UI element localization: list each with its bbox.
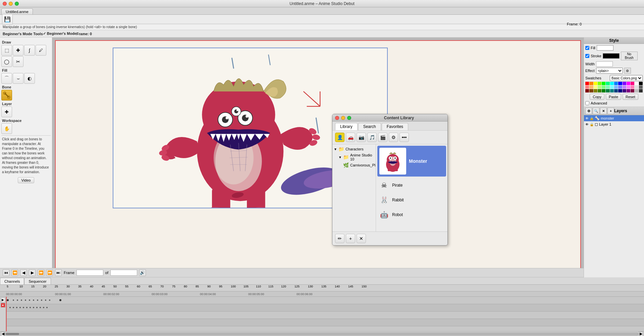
- curve-tool[interactable]: ∫: [24, 45, 35, 56]
- color-yellow[interactable]: [594, 82, 597, 85]
- scroll-right-button[interactable]: ▶: [639, 332, 643, 336]
- color-purple[interactable]: [627, 89, 630, 92]
- monster-layer-visibility[interactable]: 👁: [585, 117, 589, 120]
- frame-value-input[interactable]: 00:00:00:00: [76, 270, 103, 276]
- color-teal[interactable]: [610, 89, 614, 92]
- file-tab[interactable]: Untitled.anme: [1, 8, 33, 14]
- color-teal-green[interactable]: [606, 82, 609, 85]
- color-cyan[interactable]: [610, 82, 614, 85]
- cl-edit-button[interactable]: ✏: [335, 234, 344, 243]
- video-button[interactable]: Video: [18, 177, 35, 183]
- rabbit-item[interactable]: 🐰 Rabbit: [376, 193, 447, 207]
- gradient-tool[interactable]: ⌣: [13, 73, 23, 84]
- play-back-button[interactable]: ◀: [20, 269, 27, 276]
- color-pink[interactable]: [631, 82, 634, 85]
- minimize-button[interactable]: [9, 2, 13, 6]
- track-record-btn[interactable]: ●: [1, 303, 5, 308]
- channels-tab[interactable]: Channels: [0, 278, 24, 284]
- color-maroon[interactable]: [585, 89, 589, 92]
- photo-category-btn[interactable]: 📷: [357, 133, 366, 142]
- cl-close-button[interactable]: [335, 116, 339, 120]
- pirate-item[interactable]: ☠ Pirate: [376, 178, 447, 193]
- color-dark-pink[interactable]: [631, 89, 634, 92]
- paste-style-button[interactable]: Paste: [606, 94, 621, 100]
- character-category-btn[interactable]: 👤: [335, 133, 344, 142]
- color-light-teal[interactable]: [606, 85, 609, 89]
- color-light-cyan[interactable]: [610, 85, 614, 89]
- color-brown[interactable]: [589, 89, 593, 92]
- color-peach[interactable]: [589, 85, 593, 89]
- color-light-green[interactable]: [598, 85, 601, 89]
- color-orange[interactable]: [589, 82, 593, 85]
- bone-manipulate-tool[interactable]: [1, 90, 12, 100]
- stroke-checkbox[interactable]: [585, 54, 589, 58]
- lasso-tool[interactable]: ◯: [1, 56, 12, 67]
- bucket-tool[interactable]: ◐: [24, 73, 35, 84]
- color-very-dark[interactable]: [639, 89, 643, 92]
- track-expand-btn[interactable]: ▶: [1, 297, 5, 302]
- monster-featured-item[interactable]: Monster: [377, 146, 446, 177]
- advanced-checkbox[interactable]: [585, 101, 589, 105]
- anime-studio-10-tree-item[interactable]: ▼ 📁 Anime Studio 10: [337, 152, 376, 162]
- music-category-btn[interactable]: 🎵: [367, 133, 377, 142]
- color-mint[interactable]: [602, 85, 605, 89]
- monster-layer-item[interactable]: 👁 🔒 🦴 monster: [584, 115, 644, 121]
- layer-tool-4[interactable]: +: [607, 108, 614, 114]
- color-violet[interactable]: [623, 82, 626, 85]
- color-light-pink[interactable]: [627, 85, 630, 89]
- hand-tool[interactable]: ✋: [1, 123, 12, 134]
- more-category-btn[interactable]: •••: [399, 133, 409, 142]
- layer-tool-3[interactable]: ✕: [600, 108, 607, 114]
- audio-button[interactable]: 🔊: [139, 269, 146, 276]
- vehicle-category-btn[interactable]: 🚗: [346, 133, 355, 142]
- no-brush-button[interactable]: NoBrush: [621, 52, 638, 60]
- layer-translate-tool[interactable]: ✚: [1, 107, 12, 117]
- color-olive[interactable]: [594, 89, 597, 92]
- add-point-tool[interactable]: ✚: [13, 45, 23, 56]
- settings-category-btn[interactable]: ⚙: [389, 133, 398, 142]
- color-lavender[interactable]: [623, 85, 626, 89]
- color-magenta[interactable]: [627, 82, 630, 85]
- layer-tool-1[interactable]: ⚙: [585, 108, 592, 114]
- color-dark-blue[interactable]: [618, 82, 622, 85]
- cl-maximize-button[interactable]: [347, 116, 351, 120]
- color-blue[interactable]: [614, 82, 618, 85]
- maximize-button[interactable]: [15, 2, 19, 6]
- go-end-button[interactable]: ⏭: [55, 269, 62, 276]
- scroll-left-button[interactable]: ◀: [1, 332, 5, 336]
- color-green[interactable]: [602, 82, 605, 85]
- fill-tool[interactable]: ⌒: [1, 73, 12, 84]
- color-navy[interactable]: [618, 89, 622, 92]
- color-dark-gray[interactable]: [639, 85, 643, 89]
- color-dark-green[interactable]: [602, 89, 605, 92]
- close-button[interactable]: [3, 2, 7, 6]
- reset-style-button[interactable]: Reset: [623, 94, 638, 100]
- color-cornflower[interactable]: [614, 85, 618, 89]
- scrollbar-track[interactable]: [5, 333, 639, 335]
- color-hot-pink[interactable]: [631, 85, 634, 89]
- play-button[interactable]: ▶: [29, 269, 36, 276]
- next-frame-button[interactable]: ⏩: [46, 269, 53, 276]
- scissors-tool[interactable]: ✂: [13, 56, 23, 67]
- carnivorous-plant-tree-item[interactable]: 🌿 Carnivorous_Plant: [342, 162, 376, 169]
- total-frame-input[interactable]: 00:00:10:00: [110, 270, 137, 276]
- width-input[interactable]: 3.95: [596, 61, 613, 67]
- cl-library-tab[interactable]: Library: [335, 123, 358, 130]
- color-white[interactable]: [635, 82, 638, 85]
- color-indigo[interactable]: [623, 89, 626, 92]
- movie-category-btn[interactable]: 🎬: [378, 133, 387, 142]
- color-light-gray[interactable]: [635, 85, 638, 89]
- characters-tree-item[interactable]: ▼ 📁 Characters: [332, 146, 376, 152]
- swatches-dropdown[interactable]: Basic Colors.png: [610, 75, 643, 81]
- layer1-item[interactable]: 👁 🔒 ◻ Layer 1: [584, 121, 644, 127]
- color-silver[interactable]: [635, 89, 638, 92]
- cl-favorites-tab[interactable]: Favorites: [382, 123, 408, 130]
- scrollbar-thumb[interactable]: [6, 333, 19, 335]
- copy-style-button[interactable]: Copy: [590, 94, 604, 100]
- color-navy-blue[interactable]: [614, 89, 618, 92]
- monster-layer-lock[interactable]: 🔒: [590, 117, 594, 120]
- color-black[interactable]: [639, 82, 643, 85]
- robot-item[interactable]: 🤖 Robot: [376, 207, 447, 222]
- sequencer-tab[interactable]: Sequencer: [24, 278, 51, 284]
- cl-search-tab[interactable]: Search: [358, 123, 381, 130]
